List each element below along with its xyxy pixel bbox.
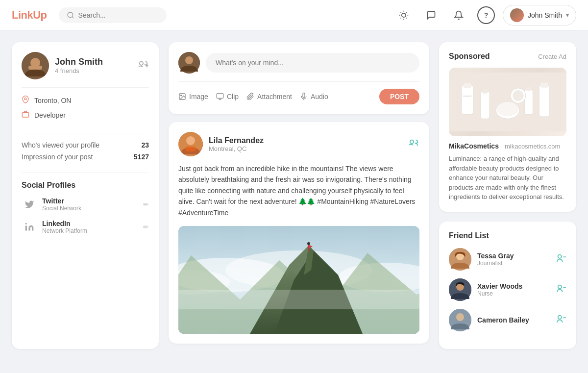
post-image-button[interactable]: Image <box>178 93 208 100</box>
center-panel: Image Clip Attachment <box>169 42 429 349</box>
edit-twitter-button[interactable]: ✏ <box>143 200 149 208</box>
friend-item-xavier: Xavier Woods Nurse <box>449 278 566 301</box>
search-bar[interactable] <box>59 7 167 23</box>
user-menu-button[interactable]: John Smith ▾ <box>503 5 576 25</box>
svg-point-73 <box>558 316 562 319</box>
work-icon <box>22 110 29 120</box>
svg-rect-51 <box>464 83 471 88</box>
friend-role-tessa: Journalist <box>477 260 514 267</box>
sponsored-header: Sponsored Create Ad <box>449 52 566 61</box>
sponsored-card: Sponsored Create Ad <box>439 42 576 212</box>
messages-button[interactable] <box>422 6 440 24</box>
friend-avatar-tessa <box>449 248 471 271</box>
friend-item-cameron: Cameron Bailey <box>449 309 566 331</box>
remove-friend-xavier-button[interactable] <box>556 284 566 295</box>
stat-views: Who's viewed your profile 23 <box>22 141 149 149</box>
svg-point-17 <box>24 98 26 100</box>
profile-header: John Smith 4 friends <box>22 52 149 88</box>
location-text: Toronto, ON <box>34 97 71 104</box>
svg-rect-50 <box>462 85 473 115</box>
svg-rect-48 <box>178 290 419 309</box>
linkedin-name: LinkedIn <box>42 220 138 227</box>
post-input-row <box>178 52 419 74</box>
post-composer-avatar <box>178 52 200 74</box>
svg-line-10 <box>406 12 407 12</box>
post-submit-button[interactable]: POST <box>379 89 419 104</box>
social-item-twitter: Twitter Social Network ✏ <box>22 197 149 212</box>
svg-point-0 <box>68 12 73 18</box>
social-item-linkedin: LinkedIn Network Platform ✏ <box>22 219 149 235</box>
svg-point-62 <box>513 90 523 101</box>
profile-info: Toronto, ON Developer <box>22 96 149 133</box>
brand-logo[interactable]: LinkUp <box>12 9 47 22</box>
post-composer: Image Clip Attachment <box>169 42 429 114</box>
feed-user-name: Lila Fernandez <box>209 136 264 145</box>
post-audio-button[interactable]: Audio <box>300 93 328 100</box>
linkedin-type: Network Platform <box>42 227 138 234</box>
stat-impressions-value: 5127 <box>134 153 149 161</box>
theme-toggle-button[interactable] <box>395 6 413 24</box>
profile-name: John Smith <box>55 57 103 67</box>
chevron-down-icon: ▾ <box>566 12 569 19</box>
feed-post-text: Just got back from an incredible hike in… <box>178 163 419 218</box>
svg-point-72 <box>456 313 464 321</box>
svg-rect-60 <box>541 83 548 88</box>
svg-point-22 <box>185 56 193 64</box>
twitter-type: Social Network <box>42 205 138 212</box>
stat-views-label: Who's viewed your profile <box>22 141 99 149</box>
friend-item-tessa: Tessa Gray Journalist <box>449 248 566 271</box>
profile-card: John Smith 4 friends Toronto, ON <box>12 42 159 349</box>
edit-linkedin-button[interactable]: ✏ <box>143 223 149 231</box>
friend-list-card: Friend List Tessa Gray Journalist <box>439 222 576 349</box>
svg-rect-31 <box>186 147 196 151</box>
feed-post-header: Lila Fernandez Montreal, QC <box>178 132 419 156</box>
post-clip-button[interactable]: Clip <box>216 93 239 100</box>
sponsored-brand-url[interactable]: mikacosmetics.com <box>505 143 560 150</box>
search-input[interactable] <box>78 11 157 19</box>
friend-avatar-cameron <box>449 309 471 331</box>
stat-impressions: Impression of your post 5127 <box>22 153 149 161</box>
sponsored-brand-name: MikaCosmetics <box>449 142 499 150</box>
svg-line-33 <box>416 142 418 144</box>
svg-line-9 <box>400 18 401 18</box>
attachment-action-label: Attachment <box>257 93 292 100</box>
sponsored-title: Sponsored <box>449 52 490 61</box>
svg-rect-59 <box>539 85 549 117</box>
location-icon <box>22 96 29 105</box>
create-ad-button[interactable]: Create Ad <box>538 53 566 60</box>
svg-line-1 <box>72 17 74 18</box>
navbar: LinkUp ? John Smith <box>0 0 588 30</box>
svg-line-5 <box>400 12 401 12</box>
stat-views-value: 23 <box>141 141 149 149</box>
profile-job: Developer <box>22 110 149 120</box>
svg-rect-52 <box>463 96 471 97</box>
feed-post-avatar <box>178 132 203 156</box>
remove-friend-tessa-button[interactable] <box>556 253 566 265</box>
svg-point-14 <box>140 61 143 65</box>
social-profiles-title: Social Profiles <box>22 181 149 190</box>
svg-rect-58 <box>526 87 531 91</box>
notifications-button[interactable] <box>450 6 467 24</box>
post-text-input[interactable] <box>206 53 419 73</box>
svg-point-69 <box>558 285 562 289</box>
navbar-icons: ? <box>395 6 495 24</box>
avatar <box>22 52 49 79</box>
follow-button[interactable] <box>409 139 419 150</box>
svg-rect-25 <box>217 94 223 98</box>
twitter-icon <box>22 197 37 212</box>
svg-point-65 <box>558 255 562 258</box>
help-button[interactable]: ? <box>477 6 495 24</box>
sponsored-brand-row: MikaCosmetics mikacosmetics.com <box>449 142 566 150</box>
profile-stats: Who's viewed your profile 23 Impression … <box>22 141 149 173</box>
friend-avatar-xavier <box>449 278 471 301</box>
linkedin-icon <box>22 219 37 235</box>
add-friends-icon[interactable] <box>138 60 149 72</box>
svg-point-24 <box>181 95 182 96</box>
profile-location: Toronto, ON <box>22 96 149 105</box>
remove-friend-cameron-button[interactable] <box>556 314 566 325</box>
friend-name-cameron: Cameron Bailey <box>477 316 529 324</box>
svg-rect-54 <box>483 89 488 94</box>
svg-rect-18 <box>22 113 28 117</box>
feed-post-image <box>178 226 419 334</box>
post-attachment-button[interactable]: Attachment <box>246 93 292 100</box>
